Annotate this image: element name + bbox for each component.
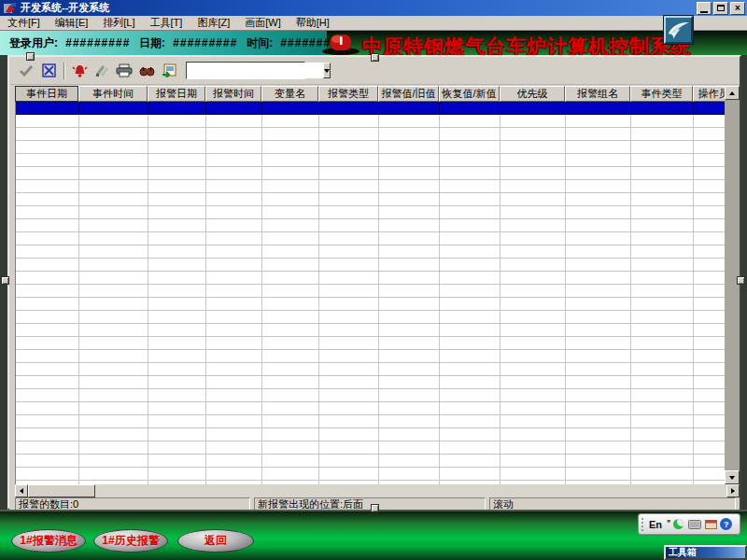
column-header-9[interactable]: 优先级 [500,86,565,102]
table-cell [148,311,206,324]
menu-item-1[interactable]: 文件[F] [0,15,48,31]
resize-handle-bottom-middle[interactable] [371,504,379,512]
table-cell [566,219,631,232]
column-header-1[interactable]: 事件日期 [15,86,78,102]
table-row[interactable] [16,415,725,428]
ime-language-bar[interactable]: En ’’ ? [638,513,740,535]
export-image-button[interactable] [160,62,178,79]
minimize-button[interactable] [697,2,712,15]
table-row[interactable] [16,219,725,232]
menu-item-6[interactable]: 画面[W] [237,15,289,31]
table-row[interactable] [16,298,725,311]
confirm-check-button[interactable] [17,62,35,79]
resize-handle-left-middle[interactable] [1,276,9,285]
scroll-down-button[interactable] [725,470,740,484]
table-row[interactable] [16,350,725,363]
table-row[interactable] [16,115,725,128]
table-row[interactable] [16,128,725,141]
table-row[interactable] [16,180,725,193]
column-header-10[interactable]: 报警组名 [565,86,630,102]
column-header-2[interactable]: 事件时间 [78,86,148,102]
combobox-input[interactable] [187,63,323,78]
ime-grip-handle[interactable] [641,518,645,531]
resize-handle-right-middle[interactable] [737,276,745,285]
alarm-bell-button[interactable] [70,62,89,79]
table-cell [79,232,148,245]
column-header-6[interactable]: 报警类型 [318,86,378,102]
keyboard-icon[interactable] [688,520,701,529]
menu-item-3[interactable]: 排列[L] [95,15,142,31]
footer-button-2[interactable]: 1#历史报警 [93,529,168,553]
alarm-filter-combobox[interactable] [186,62,305,79]
resize-handle-top-middle[interactable] [371,53,379,62]
menu-item-2[interactable]: 编辑[E] [48,15,95,31]
table-cell [631,311,694,324]
table-row[interactable] [16,324,725,337]
footer-button-3[interactable]: 返回 [177,529,254,553]
column-header-7[interactable]: 报警值/旧值 [378,86,439,102]
toolbox-window[interactable]: 工具箱 [664,545,747,560]
column-header-11[interactable]: 事件类型 [630,86,693,102]
column-header-12[interactable]: 操作员 [693,86,725,102]
menu-item-4[interactable]: 工具[T] [143,15,190,31]
delete-box-button[interactable] [39,62,58,79]
printer-button[interactable] [115,62,134,79]
table-row[interactable] [16,272,725,285]
ime-punctuation-button[interactable]: ’’ [667,519,669,529]
scroll-up-button[interactable] [725,86,740,100]
table-row[interactable] [16,441,725,455]
table-row[interactable] [16,206,725,219]
table-row[interactable] [16,428,725,441]
resize-handle-top-left[interactable] [26,52,35,61]
table-row[interactable] [16,167,725,180]
scroll-right-button[interactable] [726,484,740,497]
soft-keyboard-icon[interactable] [705,520,717,529]
table-row[interactable] [16,154,725,167]
combobox-dropdown-button[interactable] [323,63,331,78]
table-row[interactable] [16,193,725,206]
table-row[interactable] [16,337,725,350]
close-button[interactable]: × [730,2,745,15]
table-row[interactable] [16,259,725,272]
ime-language-button[interactable]: En [649,519,662,530]
ime-help-button[interactable]: ? [720,518,732,530]
table-cell [440,115,500,128]
table-cell [262,245,319,259]
table-row[interactable] [16,455,725,468]
table-cell [148,141,206,154]
table-row[interactable] [16,285,725,298]
selected-alarm-row[interactable] [16,102,725,115]
banner-strip: 登录用户: ######### 日期: ######### 时间: ######… [0,31,747,55]
brush-button[interactable] [92,62,111,79]
table-row[interactable] [16,376,725,389]
table-row[interactable] [16,311,725,324]
ime-fullwidth-moon-icon[interactable] [673,519,684,529]
toolbox-window-titlebar[interactable]: 工具箱 [666,547,745,558]
table-cell [566,154,631,167]
find-binoculars-button[interactable] [137,62,156,79]
restore-button[interactable] [713,2,728,15]
menu-item-5[interactable]: 图库[Z] [190,15,237,31]
table-cell [262,298,319,311]
window-titlebar[interactable]: 开发系统--开发系统 × [0,0,747,16]
column-header-8[interactable]: 恢复值/新值 [439,86,500,102]
table-row[interactable] [16,141,725,154]
column-header-5[interactable]: 变量名 [261,86,318,102]
vertical-scrollbar[interactable] [725,86,740,484]
column-header-4[interactable]: 报警时间 [205,86,261,102]
table-cell [16,298,79,311]
table-row[interactable] [16,468,725,481]
horizontal-scrollbar[interactable] [15,484,740,497]
table-cell [79,245,148,259]
table-row[interactable] [16,402,725,415]
menu-item-7[interactable]: 帮助[H] [289,15,337,31]
table-row[interactable] [16,389,725,402]
table-row[interactable] [16,363,725,376]
column-header-3[interactable]: 报警日期 [148,86,205,102]
horizontal-scroll-thumb[interactable] [28,484,95,497]
footer-button-1[interactable]: 1#报警消息 [11,529,86,553]
table-row[interactable] [16,232,725,245]
scroll-left-button[interactable] [15,484,28,497]
table-cell [440,428,500,441]
table-row[interactable] [16,245,725,259]
